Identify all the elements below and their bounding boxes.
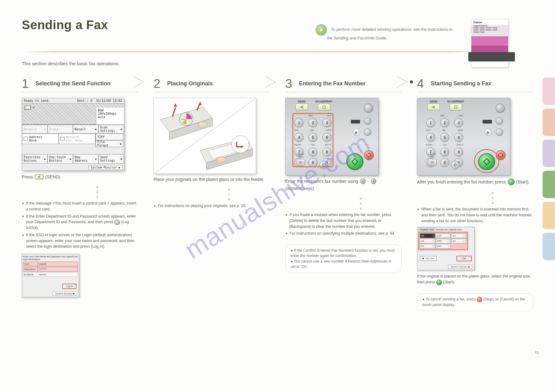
aux-button-1[interactable] [364,117,371,125]
start-key-icon [508,178,515,185]
step-1-instruction: Press (SEND). [22,174,138,179]
svg-marker-3 [174,103,177,107]
tab-size-button[interactable]: ▣ Tab-size [420,256,437,261]
address-book-button[interactable]: Address Book [22,133,59,144]
highlight-box [292,113,333,167]
size-a4-button[interactable]: A4⎕ [420,233,435,238]
step-3-instruction: Enter the recipient's fax number using 0… [285,178,401,191]
tiff-button[interactable]: TIFF [96,133,123,140]
password-input[interactable]: ******** [38,267,78,272]
card-slot-icon [351,120,360,124]
erase-button[interactable]: Erase [48,125,73,133]
aux-button-2[interactable] [364,128,371,136]
file-format-button[interactable]: File Format▶ [96,140,123,147]
send-settings-button[interactable]: Send Settings▶ [99,154,124,164]
edge-tab[interactable] [543,202,555,229]
step-4-instruction: After you finish entering the fax number… [417,178,533,185]
step-4-hints: ●When a fax is sent, the document is sca… [417,206,533,224]
step-separator-icon [264,75,282,89]
login-button[interactable]: Log In [62,284,76,289]
step-2-hints: ●For instructions on placing your origin… [154,203,270,209]
details-button[interactable]: Details▶ [22,125,48,133]
power-button[interactable] [364,104,373,113]
cd-icon [316,24,327,35]
step-separator-icon [132,75,150,89]
start-button[interactable] [346,153,363,170]
step-4-note: ● To cancel sending a fax, press (Stop),… [417,293,533,311]
step-1: 1 Selecting the Send Function Ready to s… [22,77,138,311]
step-2: 2 Placing Originals [154,77,270,311]
page-root: Sending a Fax To perform more detailed s… [0,0,555,392]
edge-tab[interactable] [543,109,555,136]
ellipsis-icon [228,189,270,201]
system-monitor-button-3[interactable]: System Monitor ▶ [448,265,472,269]
steps-row: 1 Selecting the Send Function Ready to s… [22,77,533,311]
ellipsis-icon [492,192,533,204]
send-tab-button[interactable] [427,104,440,110]
stop-button[interactable] [364,150,374,160]
step-3-note: ● If the Confirm Entered Fax Numbers fun… [285,245,401,273]
card-slot-icon [483,120,492,124]
stop-key-icon [477,297,482,302]
power-button[interactable] [496,104,505,113]
page-title: Sending a Fax [22,18,533,32]
network-address-book-button[interactable]: Network Add. Book [59,133,95,144]
placing-originals-illustration [154,98,256,174]
login-screen: Enter your User Name and password and sp… [22,254,79,297]
book-icon [24,137,28,141]
key-0-icon: 0 [360,178,366,184]
start-key-icon [436,280,442,285]
svg-rect-13 [323,106,325,108]
svg-point-12 [410,80,413,83]
favorites-button[interactable]: Favorites Buttons▶ [22,154,48,164]
control-panel-start: SEND SCAN/PRINT ABCDEF 123 GHIJKLMNO 456… [417,98,510,175]
user-input[interactable]: UserID [38,262,78,266]
svg-point-10 [232,136,249,153]
reference-hint: To perform more detailed sending operati… [316,24,452,41]
step-1-number: 1 [22,77,32,91]
highlight-circle [474,149,499,173]
id-key-icon [114,219,120,225]
server-select[interactable]: Server [38,272,78,277]
globe-icon [60,137,65,141]
new-address-button[interactable]: New Address▶ [73,154,99,164]
envelope-icon [25,106,31,110]
intro-text: This section describes the basic fax ope… [22,61,533,66]
step-4: 4 Starting Sending a Fax SEND SCAN/PRINT… [417,77,533,311]
svg-rect-14 [455,106,457,108]
original-size-screen: Original Size Specify the original size.… [417,227,475,270]
booklet-tab [468,52,515,61]
guide-thumbnail: Canon imageRUNNER 2545i / 2545 / 2535i /… [471,19,508,67]
step-1-title: Selecting the Send Function [35,80,138,87]
page-number: 43 [535,350,539,355]
ok-button[interactable]: OK [456,256,472,261]
step-separator-icon [395,75,414,89]
send-tab-button[interactable] [296,104,308,110]
edge-tab[interactable] [543,140,555,167]
recall-button[interactable]: Recall▶ [73,125,99,133]
header: Sending a Fax To perform more detailed s… [22,18,533,55]
onetouch-button[interactable]: One-touch Buttons▶ [48,154,73,164]
step-3-hints: ●If you made a mistake when entering the… [285,212,401,237]
edge-tab[interactable] [543,78,555,105]
edge-tabs [543,78,555,260]
control-panel-keypad: SEND SCAN/PRINT ABCDEF 123 GHIJKLMNO 456… [285,98,378,175]
key-9-icon: 9 [371,178,376,184]
edge-tab-active[interactable] [543,171,555,198]
speaker-icon: 🔈 [353,128,360,136]
step-4-subtext: If the original is placed on the platen … [417,273,533,285]
ellipsis-icon [360,198,401,210]
scan-settings-button[interactable]: Scan Settings▶ [99,125,124,133]
scan-tab-button[interactable] [318,104,330,110]
svg-marker-4 [199,101,202,105]
edge-tab[interactable] [543,233,555,260]
system-monitor-button[interactable]: System Monitor ▶ [89,165,123,170]
step-2-instruction: Place your originals on the platen glass… [154,177,270,182]
step-1-hints: ●If the message <You must insert a contr… [22,201,138,250]
system-monitor-button-2[interactable]: System Monitor ▶ [53,292,77,296]
send-screen: Ready to send. Dest.: 0 31/12/09 13:02 =… [22,98,124,171]
scan-tab-button[interactable] [450,104,462,110]
ellipsis-icon [96,186,138,198]
send-key-icon [35,174,44,179]
step-3: 3 Entering the Fax Number SEND SCAN/PRIN… [285,77,401,311]
